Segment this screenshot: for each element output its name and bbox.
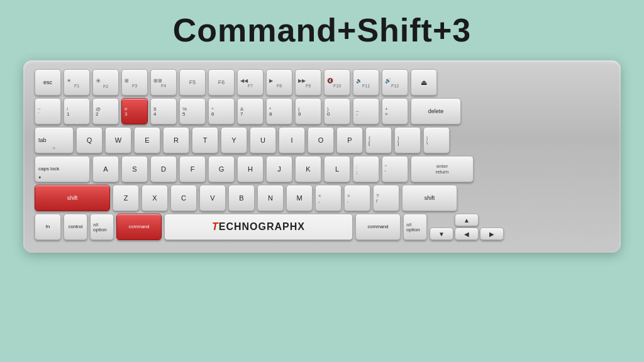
- key-control[interactable]: control: [64, 214, 87, 240]
- zxcv-row: shift Z X C V B N M <, >. ?/ shift: [35, 185, 609, 211]
- bottom-row: fn control altoption command TECHNOGRAPH…: [35, 214, 609, 240]
- number-row: ~` !1 @2 #3 $4 %5 ^6 &7 *8 (9 )0 _- += d…: [35, 98, 609, 124]
- key-shift-left[interactable]: shift: [35, 185, 110, 211]
- key-option-left[interactable]: altoption: [90, 214, 114, 240]
- key-arrow-right[interactable]: ▶: [480, 228, 504, 240]
- key-r[interactable]: R: [163, 127, 189, 153]
- key-equals[interactable]: +=: [382, 98, 408, 124]
- key-period[interactable]: >.: [344, 185, 370, 211]
- key-f11[interactable]: 🔉F11: [353, 69, 379, 96]
- key-arrow-left[interactable]: ◀: [455, 228, 479, 240]
- key-z[interactable]: Z: [113, 185, 139, 211]
- key-f3[interactable]: ⊞F3: [121, 69, 148, 96]
- key-x[interactable]: X: [142, 185, 168, 211]
- key-c[interactable]: C: [170, 185, 197, 211]
- key-y[interactable]: Y: [221, 127, 247, 153]
- key-5[interactable]: %5: [179, 98, 206, 124]
- keyboard-wrapper: esc ☀F1 ✳F2 ⊞F3 ⊞⊞F4 F5 F6 ◀◀F7 ▶F8 ▶▶F9…: [23, 60, 621, 253]
- key-t[interactable]: T: [192, 127, 218, 153]
- key-command-left[interactable]: command: [116, 214, 162, 240]
- key-j[interactable]: J: [266, 156, 292, 182]
- key-p[interactable]: P: [336, 127, 363, 153]
- key-m[interactable]: M: [286, 185, 313, 211]
- key-9[interactable]: (9: [295, 98, 321, 124]
- key-arrow-up[interactable]: ▲: [455, 214, 479, 226]
- key-pipe[interactable]: |\: [423, 127, 450, 153]
- key-tilde[interactable]: ~`: [35, 98, 61, 124]
- key-bracket-l[interactable]: {[: [365, 127, 392, 153]
- key-4[interactable]: $4: [150, 98, 177, 124]
- asdf-row: ●caps lock A S D F G H J K L :; "' enter…: [35, 156, 609, 182]
- key-f6[interactable]: F6: [208, 69, 235, 96]
- key-s[interactable]: S: [121, 156, 148, 182]
- arrow-bottom-row: ▼ ◀ ▶: [430, 228, 504, 240]
- key-f8[interactable]: ▶F8: [266, 69, 292, 96]
- key-f[interactable]: F: [179, 156, 206, 182]
- page-title: Command+Shift+3: [173, 11, 471, 49]
- key-esc[interactable]: esc: [35, 69, 61, 96]
- key-d[interactable]: D: [150, 156, 177, 182]
- key-comma[interactable]: <,: [315, 185, 341, 211]
- key-n[interactable]: N: [257, 185, 284, 211]
- function-row: esc ☀F1 ✳F2 ⊞F3 ⊞⊞F4 F5 F6 ◀◀F7 ▶F8 ▶▶F9…: [35, 69, 609, 96]
- key-option-right[interactable]: altoption: [403, 214, 427, 240]
- key-e[interactable]: E: [134, 127, 160, 153]
- key-bracket-r[interactable]: }]: [394, 127, 421, 153]
- key-delete[interactable]: delete: [411, 98, 461, 124]
- key-f12[interactable]: 🔊F12: [382, 69, 408, 96]
- key-3[interactable]: #3: [121, 98, 148, 124]
- arrow-up-row: ▲: [430, 214, 504, 226]
- key-a[interactable]: A: [92, 156, 119, 182]
- key-shift-right[interactable]: shift: [402, 185, 457, 211]
- logo-text: TECHNOGRAPHX: [212, 221, 305, 233]
- qwerty-row: tab● Q W E R T Y U I O P {[ }] |\: [35, 127, 609, 153]
- key-f5[interactable]: F5: [179, 69, 206, 96]
- key-k[interactable]: K: [295, 156, 321, 182]
- key-2[interactable]: @2: [92, 98, 119, 124]
- key-f10[interactable]: 🔇F10: [324, 69, 350, 96]
- key-g[interactable]: G: [208, 156, 235, 182]
- key-command-right[interactable]: command: [355, 214, 401, 240]
- key-minus[interactable]: _-: [353, 98, 379, 124]
- key-spacebar[interactable]: TECHNOGRAPHX: [164, 214, 353, 240]
- key-7[interactable]: &7: [237, 98, 264, 124]
- key-u[interactable]: U: [250, 127, 276, 153]
- key-tab[interactable]: tab●: [35, 127, 74, 153]
- key-quote[interactable]: "': [382, 156, 408, 182]
- key-f2[interactable]: ✳F2: [92, 69, 119, 96]
- key-1[interactable]: !1: [64, 98, 90, 124]
- key-b[interactable]: B: [228, 185, 255, 211]
- key-0[interactable]: )0: [324, 98, 350, 124]
- key-arrow-down[interactable]: ▼: [430, 228, 453, 240]
- key-o[interactable]: O: [308, 127, 334, 153]
- key-slash[interactable]: ?/: [373, 185, 399, 211]
- key-f4[interactable]: ⊞⊞F4: [150, 69, 177, 96]
- key-eject[interactable]: ⏏: [411, 69, 437, 96]
- arrow-key-cluster: ▲ ▼ ◀ ▶: [430, 214, 504, 240]
- key-capslock[interactable]: ●caps lock: [35, 156, 90, 182]
- key-fn[interactable]: fn: [35, 214, 61, 240]
- key-6[interactable]: ^6: [208, 98, 235, 124]
- key-f7[interactable]: ◀◀F7: [237, 69, 264, 96]
- key-q[interactable]: Q: [76, 127, 103, 153]
- key-l[interactable]: L: [324, 156, 350, 182]
- key-semicolon[interactable]: :;: [353, 156, 379, 182]
- key-return[interactable]: enterreturn: [411, 156, 474, 182]
- key-w[interactable]: W: [105, 127, 131, 153]
- key-i[interactable]: I: [279, 127, 305, 153]
- key-h[interactable]: H: [237, 156, 264, 182]
- key-v[interactable]: V: [199, 185, 226, 211]
- key-f9[interactable]: ▶▶F9: [295, 69, 321, 96]
- key-8[interactable]: *8: [266, 98, 292, 124]
- key-f1[interactable]: ☀F1: [64, 69, 90, 96]
